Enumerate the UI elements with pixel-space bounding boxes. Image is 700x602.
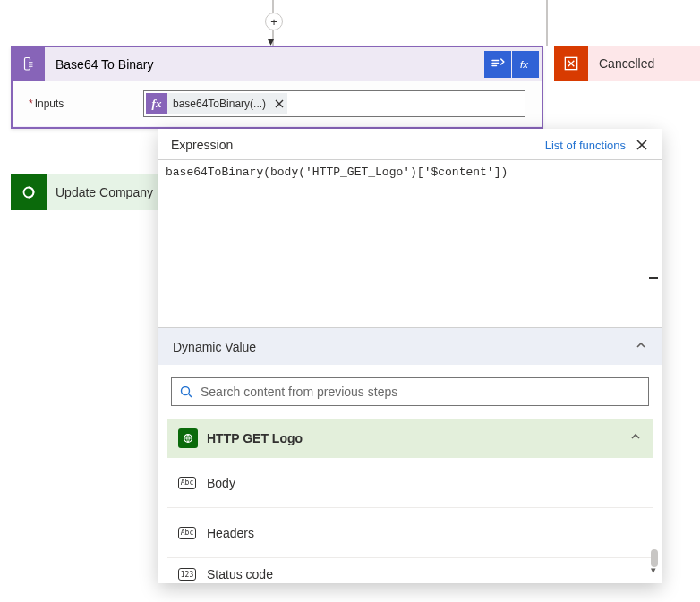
inputs-field[interactable]: fx base64ToBinary(...) <box>143 90 525 117</box>
connector-line-right <box>546 0 548 46</box>
dynamic-value-item[interactable]: Abc Headers <box>167 508 653 558</box>
remove-chip-button[interactable] <box>271 98 287 109</box>
inputs-label: *Inputs <box>29 98 136 110</box>
chevron-up-icon <box>629 430 642 446</box>
resize-handle[interactable] <box>649 277 658 279</box>
fx-icon: fx <box>146 93 167 114</box>
card-base64-to-binary[interactable]: Base64 To Binary fx *Inputs fx base64ToB… <box>11 46 543 129</box>
http-icon <box>178 428 198 448</box>
dynamic-value-item-label: Headers <box>207 526 254 540</box>
dynamic-value-header[interactable]: Dynamic Value <box>158 327 662 365</box>
expression-heading: Expression <box>171 138 233 152</box>
dynamic-value-search[interactable]: Search content from previous steps <box>171 377 649 406</box>
data-operations-icon <box>13 47 45 81</box>
expression-button[interactable]: fx <box>512 51 539 78</box>
dynamic-value-item-label: Body <box>207 476 235 490</box>
scroll-down-icon[interactable]: ▾ <box>651 564 656 576</box>
insert-step-button[interactable]: + <box>265 13 283 30</box>
svg-point-2 <box>182 387 190 395</box>
card-update-company[interactable]: Update Company <box>11 174 158 210</box>
update-company-title: Update Company <box>47 185 153 199</box>
type-string-icon: Abc <box>178 477 196 489</box>
search-placeholder: Search content from previous steps <box>201 385 397 399</box>
dynamic-value-item[interactable]: Abc Body <box>167 458 653 508</box>
dynamic-content-button[interactable] <box>484 51 511 78</box>
expression-chip[interactable]: fx base64ToBinary(...) <box>146 93 287 114</box>
dynamic-value-item-label: Status code <box>207 567 273 581</box>
dynamic-source-http-get-logo[interactable]: HTTP GET Logo <box>167 419 653 458</box>
cancelled-icon <box>554 46 588 81</box>
plus-icon: + <box>270 15 277 29</box>
card-body: *Inputs fx base64ToBinary(...) <box>13 81 542 126</box>
card-cancelled[interactable]: Cancelled <box>554 46 700 81</box>
search-icon <box>179 385 193 399</box>
dynamic-value-item[interactable]: 123 Status code <box>167 558 653 583</box>
list-of-functions-link[interactable]: List of functions <box>545 139 626 152</box>
cancelled-title: Cancelled <box>588 56 654 71</box>
dataverse-icon <box>11 174 47 210</box>
chevron-up-icon <box>635 339 647 354</box>
dynamic-source-title: HTTP GET Logo <box>207 431 303 445</box>
close-popover-button[interactable] <box>635 138 649 152</box>
card-title: Base64 To Binary <box>45 57 483 72</box>
dynamic-value-list: Abc Body Abc Headers 123 Status code <box>167 458 653 583</box>
expression-popover: Expression List of functions Dynamic Val… <box>158 129 662 583</box>
expression-editor[interactable] <box>158 159 662 324</box>
dynamic-value-title: Dynamic Value <box>173 340 256 354</box>
svg-text:fx: fx <box>520 59 528 70</box>
type-string-icon: Abc <box>178 527 196 539</box>
card-header[interactable]: Base64 To Binary fx <box>13 47 542 81</box>
expression-chip-label: base64ToBinary(...) <box>167 98 271 110</box>
type-number-icon: 123 <box>178 568 196 581</box>
